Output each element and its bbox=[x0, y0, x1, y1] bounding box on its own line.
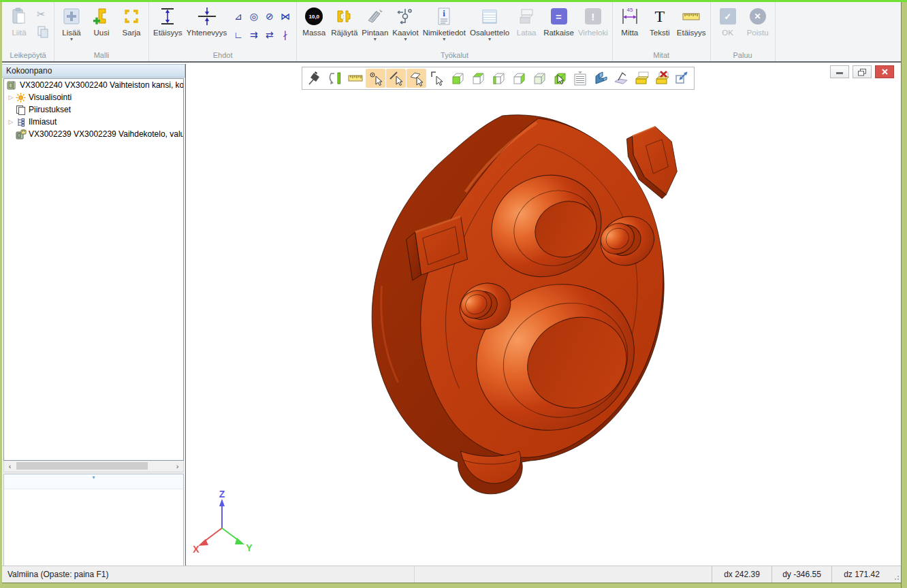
selection-list-icon[interactable] bbox=[570, 69, 590, 88]
cube-front-face-icon[interactable] bbox=[447, 69, 467, 88]
distance-constraint-label: Etäisyys bbox=[153, 29, 182, 37]
series-icon bbox=[121, 5, 142, 27]
gearbox-cover-model[interactable] bbox=[372, 115, 677, 494]
paste-label: Liitä bbox=[12, 29, 26, 37]
tree-item-drawings[interactable]: Piirustukset bbox=[4, 103, 183, 116]
constraint-symmetry-icon[interactable]: ⋈ bbox=[281, 11, 290, 22]
sidebar-header: Kokoonpano bbox=[2, 64, 185, 78]
cut-icon[interactable]: ✂ bbox=[37, 8, 49, 20]
mass-button[interactable]: 10,0 Massa bbox=[299, 3, 329, 50]
tree-item-visualization[interactable]: ▷ Visualisointi bbox=[4, 91, 183, 103]
ribbon-group-constraints: Etäisyys Yhtenevyys ⊿ ◎ ⊘ ⋈ ∟ ⇉ ⇄ ∤ Ehdo… bbox=[149, 2, 297, 61]
measure-distance-button[interactable]: Etäisyys bbox=[675, 3, 708, 50]
extrude-icon[interactable] bbox=[590, 69, 610, 88]
ok-button[interactable]: ✓ OK bbox=[713, 3, 743, 50]
series-button[interactable]: Sarja bbox=[116, 3, 146, 50]
explode-button[interactable]: Räjäytä bbox=[329, 3, 360, 50]
mass-label: Massa bbox=[302, 29, 325, 37]
select-point-icon[interactable] bbox=[366, 69, 385, 88]
load-label: Lataa bbox=[517, 29, 537, 37]
splitter-collapse-icon[interactable]: ▾ bbox=[4, 474, 183, 489]
sketch-plane-icon[interactable] bbox=[611, 69, 631, 88]
schematics-button[interactable]: Kaaviot ▾ bbox=[390, 3, 420, 50]
constraint-concentric-icon[interactable]: ◎ bbox=[250, 11, 258, 22]
appearances-icon bbox=[15, 117, 27, 127]
window-frame-right bbox=[901, 2, 907, 588]
ribbon-group-clipboard: Liitä ✂ Leikepöytä bbox=[2, 2, 54, 61]
cube-right-face-icon[interactable] bbox=[509, 69, 528, 88]
scrollbar-thumb[interactable] bbox=[16, 462, 148, 470]
resize-view-icon[interactable] bbox=[672, 69, 692, 88]
exit-icon: ✕ bbox=[750, 8, 766, 24]
cube-select-icon[interactable] bbox=[550, 69, 569, 88]
tree-horizontal-scrollbar[interactable]: ‹ › bbox=[3, 461, 184, 472]
group-label-model: Malli bbox=[57, 50, 146, 61]
constraint-parallel-icon[interactable]: ⇉ bbox=[250, 29, 258, 40]
close-button[interactable] bbox=[875, 65, 894, 78]
solve-label: Ratkaise bbox=[543, 29, 574, 37]
distance-constraint-button[interactable]: Etäisyys bbox=[151, 3, 185, 50]
copy-icon[interactable] bbox=[37, 26, 49, 41]
constraint-angle-icon[interactable]: ⊿ bbox=[234, 11, 242, 22]
solve-button[interactable]: = Ratkaise bbox=[541, 3, 576, 50]
cube-left-face-icon[interactable] bbox=[488, 69, 508, 88]
parts-list-button[interactable]: Osaluettelo ▾ bbox=[468, 3, 511, 50]
tree-item-label: Piirustukset bbox=[29, 105, 71, 114]
measure-ruler-icon[interactable] bbox=[345, 69, 365, 88]
explode-label: Räjäytä bbox=[331, 29, 357, 37]
axis-triad: Z X Y bbox=[193, 489, 253, 555]
add-caret-icon: ▾ bbox=[70, 37, 73, 42]
error-log-icon: ! bbox=[585, 8, 601, 24]
add-button[interactable]: Lisää ▾ bbox=[57, 3, 86, 50]
group-label-tools: Työkalut bbox=[299, 50, 610, 61]
schematics-icon bbox=[395, 5, 415, 27]
constraint-perpendicular-icon[interactable]: ∟ bbox=[234, 29, 243, 40]
error-log-button[interactable]: ! Virheloki bbox=[576, 3, 610, 50]
exit-button[interactable]: ✕ Poistu bbox=[743, 3, 773, 50]
select-face-icon[interactable] bbox=[407, 69, 426, 88]
sun-icon bbox=[15, 93, 27, 103]
tray-icon[interactable] bbox=[631, 69, 651, 88]
item-data-button[interactable]: i Nimiketiedot ▾ bbox=[421, 3, 468, 50]
constraint-strike-icon[interactable]: ∤ bbox=[283, 29, 287, 40]
viewport-3d[interactable]: Z X Y bbox=[185, 64, 901, 566]
cube-top-face-icon[interactable] bbox=[468, 69, 488, 88]
scroll-right-icon[interactable]: › bbox=[172, 461, 183, 471]
constraint-equal-icon[interactable]: ⇄ bbox=[266, 29, 274, 40]
select-part-icon[interactable] bbox=[427, 69, 447, 88]
tree-item-root-assembly[interactable]: VX3002240 VX3002240 Vaihteiston kansi, k… bbox=[4, 79, 183, 91]
solve-icon: = bbox=[551, 8, 567, 24]
resize-grip[interactable] bbox=[891, 566, 901, 583]
constraint-tangent-icon[interactable]: ⊘ bbox=[266, 11, 274, 22]
expander-icon[interactable]: ▷ bbox=[7, 94, 15, 101]
parts-list-caret-icon: ▾ bbox=[488, 37, 491, 42]
statusbar: Valmiina (Opaste: paina F1) dx 242.39 dy… bbox=[2, 566, 901, 583]
minimize-button[interactable] bbox=[830, 65, 849, 78]
flip-direction-icon[interactable] bbox=[325, 69, 345, 88]
series-label: Sarja bbox=[123, 29, 141, 37]
tree-item-appearances[interactable]: ▷ Ilmiasut bbox=[4, 116, 183, 128]
text-button[interactable]: T Teksti bbox=[645, 3, 675, 50]
status-dz: dz 171.42 bbox=[831, 566, 891, 583]
dimension-button[interactable]: 45 Mitta bbox=[615, 3, 645, 50]
coincidence-button[interactable]: Yhtenevyys bbox=[185, 3, 229, 50]
coincidence-icon bbox=[195, 5, 219, 27]
paste-button[interactable]: Liitä bbox=[4, 3, 34, 50]
to-surface-button[interactable]: Pintaan ▾ bbox=[360, 3, 390, 50]
cube-solid-icon[interactable] bbox=[529, 69, 549, 88]
axis-z-label: Z bbox=[219, 489, 225, 500]
pin-icon[interactable] bbox=[304, 69, 324, 88]
restore-button[interactable] bbox=[853, 65, 872, 78]
item-data-caret-icon: ▾ bbox=[443, 37, 445, 42]
group-label-clipboard: Leikepöytä bbox=[4, 50, 52, 61]
select-edge-icon[interactable] bbox=[386, 69, 406, 88]
tree-item-part-vx3002239[interactable]: VX3002239 VX3002239 Vaihdekotelo, valu . bbox=[4, 128, 183, 140]
load-button[interactable]: Lataa bbox=[511, 3, 541, 50]
model-canvas[interactable]: Z X Y bbox=[186, 64, 901, 566]
scroll-left-icon[interactable]: ‹ bbox=[4, 461, 16, 471]
assembly-box-icon bbox=[6, 80, 18, 91]
expander-icon[interactable]: ▷ bbox=[7, 118, 15, 125]
measure-distance-label: Etäisyys bbox=[677, 29, 706, 37]
new-button[interactable]: Uusi bbox=[86, 3, 116, 50]
tray-delete-icon[interactable] bbox=[652, 69, 671, 88]
